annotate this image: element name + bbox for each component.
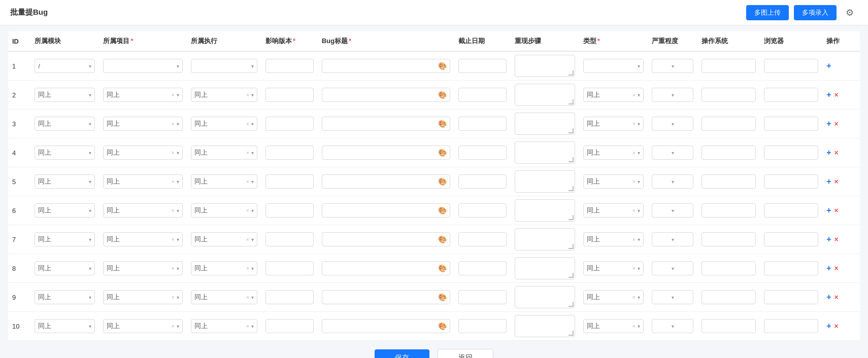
import-btn[interactable]: 多项录入 [794,5,837,20]
add-row-button[interactable]: + [826,264,831,273]
cell-deadline[interactable] [454,110,511,138]
cell-repro[interactable] [511,138,579,167]
clear-icon[interactable]: × [246,294,249,300]
clear-icon[interactable]: × [246,178,249,185]
cell-repro[interactable] [511,196,579,225]
cell-severity[interactable]: ▾ [648,110,697,138]
cell-exec[interactable]: 同上 × ▾ [187,81,262,110]
cell-repro[interactable] [511,254,579,283]
clear-icon[interactable]: × [246,150,249,156]
cell-project[interactable]: 同上×▾ [99,138,186,167]
title-input[interactable] [325,265,436,272]
cell-version[interactable] [261,81,318,110]
add-row-button[interactable]: + [826,90,831,99]
clear-icon[interactable]: × [246,323,249,329]
cell-browser[interactable] [760,225,822,254]
cell-repro[interactable] [511,167,579,196]
cell-os[interactable] [697,283,760,312]
cell-module[interactable]: 同上▾ [30,167,99,196]
clear-icon[interactable]: × [246,121,249,127]
cell-severity[interactable]: ▾ [648,51,697,81]
emoji-icon[interactable]: 🎨 [438,293,447,301]
cell-exec[interactable]: 同上×▾ [187,167,262,196]
delete-row-button[interactable]: × [834,322,839,330]
save-button[interactable]: 保存 [375,349,429,358]
cell-module[interactable]: 同上▾ [30,110,99,138]
cell-os[interactable] [697,51,760,81]
cell-exec[interactable]: 同上×▾ [187,196,262,225]
cell-type[interactable]: 同上×▾ [579,312,648,341]
cell-module[interactable]: 同上▾ [30,254,99,283]
delete-row-button[interactable]: × [834,264,839,272]
cell-deadline[interactable] [454,225,511,254]
cell-os[interactable] [697,225,760,254]
cell-severity[interactable]: ▾ [648,81,697,110]
emoji-icon[interactable]: 🎨 [438,206,447,214]
clear-icon[interactable]: × [171,207,174,213]
clear-icon[interactable]: × [632,150,636,156]
add-row-button[interactable]: + [826,206,831,215]
cell-exec[interactable]: 同上×▾ [187,312,262,341]
cell-project[interactable]: 同上×▾ [99,312,186,341]
cell-project[interactable]: 同上×▾ [99,196,186,225]
clear-icon[interactable]: × [632,323,636,329]
cell-deadline[interactable] [454,283,511,312]
cell-browser[interactable] [760,196,822,225]
title-input[interactable] [325,120,436,128]
cell-deadline[interactable] [454,138,511,167]
title-input[interactable] [325,323,436,330]
cell-os[interactable] [697,138,760,167]
cell-title[interactable]: 🎨 [318,196,454,225]
delete-row-button[interactable]: × [834,120,839,128]
emoji-icon[interactable]: 🎨 [438,177,447,186]
add-row-button[interactable]: + [826,61,831,70]
cell-version[interactable] [261,110,318,138]
cell-repro[interactable] [511,110,579,138]
cell-type[interactable]: 同上×▾ [579,196,648,225]
cell-os[interactable] [697,81,760,110]
cell-browser[interactable] [760,110,822,138]
cell-repro[interactable] [511,312,579,341]
cell-version[interactable] [261,254,318,283]
cell-os[interactable] [697,110,760,138]
cell-os[interactable] [697,167,760,196]
clear-icon[interactable]: × [171,236,174,242]
cell-version[interactable] [261,167,318,196]
cell-module[interactable]: 同上▾ [30,312,99,341]
cell-browser[interactable] [760,312,822,341]
title-input[interactable] [325,236,436,243]
cell-exec[interactable]: 同上×▾ [187,110,262,138]
delete-row-button[interactable]: × [834,91,839,99]
clear-icon[interactable]: × [171,92,174,98]
delete-row-button[interactable]: × [834,293,839,301]
cell-exec[interactable]: 同上×▾ [187,254,262,283]
cell-repro[interactable] [511,225,579,254]
cell-title[interactable]: 🎨 [318,167,454,196]
cell-module[interactable]: / ▾ [30,51,99,81]
clear-icon[interactable]: × [171,265,174,271]
clear-icon[interactable]: × [632,265,636,271]
cell-os[interactable] [697,196,760,225]
cell-exec[interactable]: 同上×▾ [187,283,262,312]
cell-deadline[interactable] [454,254,511,283]
clear-icon[interactable]: × [246,265,249,271]
cell-module[interactable]: 同上▾ [30,225,99,254]
cell-project[interactable]: 同上×▾ [99,225,186,254]
cell-browser[interactable] [760,283,822,312]
cell-version[interactable] [261,283,318,312]
cell-module[interactable]: 同上▾ [30,196,99,225]
clear-icon[interactable]: × [171,323,174,329]
cell-title[interactable]: 🎨 [318,283,454,312]
cell-severity[interactable]: ▾ [648,312,697,341]
title-input[interactable] [325,294,436,301]
cell-deadline[interactable] [454,196,511,225]
cell-version[interactable] [261,225,318,254]
cell-type[interactable]: 同上×▾ [579,110,648,138]
cell-type[interactable]: 同上×▾ [579,138,648,167]
cell-type[interactable]: 同上×▾ [579,167,648,196]
add-row-button[interactable]: + [826,235,831,244]
cell-type[interactable]: 同上×▾ [579,283,648,312]
clear-icon[interactable]: × [632,294,636,300]
delete-row-button[interactable]: × [834,149,839,157]
cell-module[interactable]: 同上▾ [30,138,99,167]
